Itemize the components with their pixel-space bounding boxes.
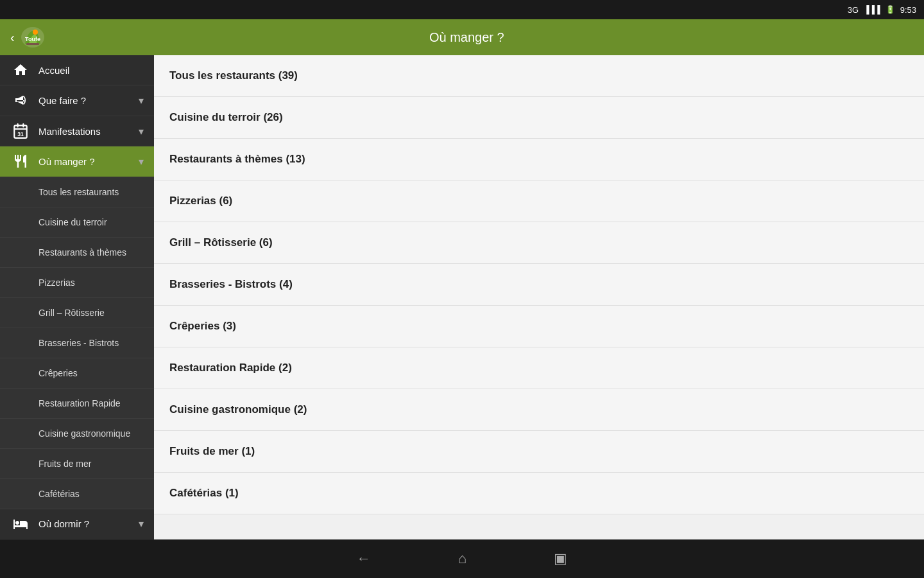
sub-item-cafeterias[interactable]: Cafétérias [0,479,154,509]
sub-label-0: Tous les restaurants [38,187,119,197]
back-button[interactable]: ‹ [10,30,15,45]
list-item-9[interactable]: Fruits de mer (1) [154,431,924,473]
list-item-10[interactable]: Cafétérias (1) [154,473,924,514]
page-title: Où manger ? [46,30,888,45]
sub-label-1: Cuisine du terroir [38,217,107,227]
chevron-down-icon: ▾ [139,94,144,107]
sub-label-6: Crêperies [38,368,78,378]
sub-item-fruits-mer[interactable]: Fruits de mer [0,449,154,479]
list-item-7[interactable]: Restauration Rapide (2) [154,347,924,389]
sub-item-restauration-rapide[interactable]: Restauration Rapide [0,389,154,419]
sub-item-creperies[interactable]: Crêperies [0,358,154,389]
back-nav-button[interactable]: ← [352,545,376,572]
sub-label-3: Pizzerias [38,277,75,288]
sidebar-label-accueil: Accueil [38,65,144,76]
sidebar-sub-items: Tous les restaurants Cuisine du terroir … [0,177,154,509]
sub-item-cuisine-gastro[interactable]: Cuisine gastronomique [0,419,154,449]
signal-indicator: 3G [848,5,859,15]
sidebar-label-manifestations: Manifestations [38,126,139,137]
sidebar-label-ou-dormir: Où dormir ? [38,518,139,529]
list-item-8[interactable]: Cuisine gastronomique (2) [154,389,924,431]
home-nav-button[interactable]: ⌂ [453,545,472,572]
sidebar-item-manifestations[interactable]: 31 Manifestations ▾ [0,116,154,146]
list-label-5: Brasseries - Bistrots (4) [169,278,293,291]
content-layout: Accueil Que faire ? ▾ [0,55,924,539]
list-item-1[interactable]: Cuisine du terroir (26) [154,97,924,139]
main-content: Tous les restaurants (39) Cuisine du ter… [154,55,924,539]
app-container: ‹ Toufe Où manger ? A [0,19,924,539]
list-label-9: Fruits de mer (1) [169,445,255,458]
sidebar-label-que-faire: Que faire ? [38,95,139,106]
sub-label-10: Cafétérias [38,489,80,499]
clock: 9:53 [900,5,916,15]
list-label-3: Pizzerias (6) [169,195,232,207]
list-item-5[interactable]: Brasseries - Bistrots (4) [154,264,924,306]
list-item-4[interactable]: Grill – Rôtisserie (6) [154,222,924,264]
sub-item-tous-restaurants[interactable]: Tous les restaurants [0,177,154,207]
sub-item-restaurants-themes[interactable]: Restaurants à thèmes [0,238,154,268]
list-item-6[interactable]: Crêperies (3) [154,306,924,347]
sidebar-item-ou-manger[interactable]: Où manger ? ▾ [0,146,154,177]
svg-rect-2 [26,43,39,45]
svg-text:Toufe: Toufe [25,36,40,42]
sub-item-cuisine-terroir[interactable]: Cuisine du terroir [0,207,154,238]
list-label-8: Cuisine gastronomique (2) [169,403,307,416]
home-icon [10,60,31,80]
sidebar-item-que-faire[interactable]: Que faire ? ▾ [0,85,154,116]
signal-bars-icon: ▐▐▐ [864,5,880,14]
calendar-icon: 31 [10,121,31,141]
app-header: ‹ Toufe Où manger ? [0,19,924,55]
bed-icon [10,514,31,534]
sub-label-4: Grill – Rôtisserie [38,308,105,318]
list-label-7: Restauration Rapide (2) [169,362,292,374]
sidebar-label-ou-manger: Où manger ? [38,156,139,167]
megaphone-icon [10,91,31,111]
list-item-2[interactable]: Restaurants à thèmes (13) [154,139,924,180]
app-logo: Toufe [20,26,46,49]
sub-label-2: Restaurants à thèmes [38,247,126,258]
sub-item-grill[interactable]: Grill – Rôtisserie [0,298,154,328]
list-item-3[interactable]: Pizzerias (6) [154,180,924,222]
list-label-0: Tous les restaurants (39) [169,69,298,82]
sub-item-brasseries[interactable]: Brasseries - Bistrots [0,328,154,358]
sidebar-item-ou-dormir[interactable]: Où dormir ? ▾ [0,509,154,539]
chevron-down-icon-2: ▾ [139,125,144,137]
svg-point-1 [33,30,38,35]
sub-label-5: Brasseries - Bistrots [38,338,119,348]
battery-icon: 🔋 [886,5,895,14]
recent-nav-button[interactable]: ▣ [549,545,572,572]
list-label-4: Grill – Rôtisserie (6) [169,236,273,249]
utensils-icon [10,151,31,171]
sidebar-item-accueil[interactable]: Accueil [0,55,154,85]
status-bar: 3G ▐▐▐ 🔋 9:53 [0,0,924,19]
chevron-down-icon-3: ▾ [139,155,144,168]
sub-item-pizzerias[interactable]: Pizzerias [0,268,154,298]
bottom-nav-bar: ← ⌂ ▣ [0,539,924,578]
list-item-0[interactable]: Tous les restaurants (39) [154,55,924,97]
sidebar: Accueil Que faire ? ▾ [0,55,154,539]
chevron-down-icon-4: ▾ [139,518,144,530]
list-label-2: Restaurants à thèmes (13) [169,153,305,166]
list-label-6: Crêperies (3) [169,320,236,333]
sub-label-9: Fruits de mer [38,459,91,469]
list-label-1: Cuisine du terroir (26) [169,111,283,124]
sub-label-8: Cuisine gastronomique [38,428,130,439]
sub-label-7: Restauration Rapide [38,398,121,408]
list-label-10: Cafétérias (1) [169,487,239,500]
svg-text:31: 31 [17,131,24,137]
